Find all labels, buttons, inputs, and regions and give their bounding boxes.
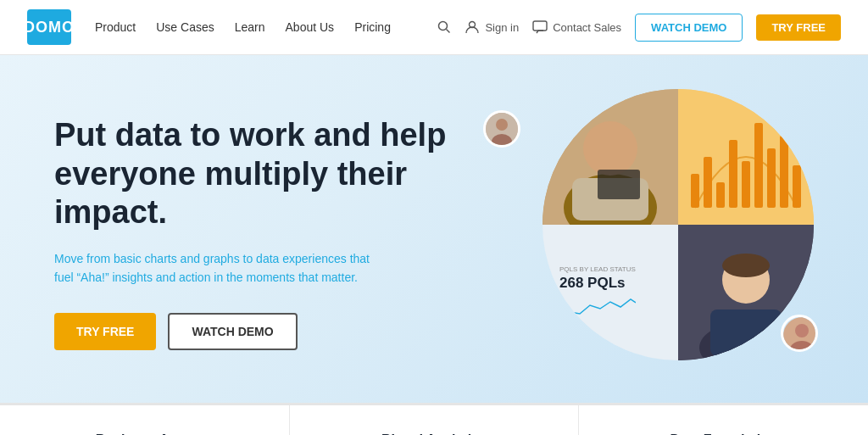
svg-rect-11: [598, 170, 640, 199]
svg-rect-17: [742, 161, 750, 208]
svg-point-28: [795, 324, 809, 337]
feature-data-foundation: Data Foundation Build data experiences o…: [579, 405, 868, 435]
svg-rect-26: [710, 310, 782, 356]
logo-text: DOMO: [24, 19, 75, 36]
svg-point-25: [722, 254, 770, 277]
svg-rect-3: [533, 21, 547, 31]
collage-stat: PQLS BY LEAD STATUS 268 PQLs: [542, 225, 678, 360]
collage-bar-chart: [678, 89, 814, 225]
features-section: Business Apps Make better, faster decisi…: [0, 403, 868, 435]
chat-icon: [532, 20, 548, 34]
try-free-hero-button[interactable]: TRY FREE: [54, 313, 156, 350]
hero-left: Put data to work and help everyone multi…: [54, 116, 461, 350]
stat-value: 268 PQLs: [559, 275, 661, 292]
svg-rect-18: [754, 123, 763, 208]
avatar-top-left: [483, 110, 520, 148]
svg-rect-20: [780, 136, 788, 208]
navbar: DOMO Product Use Cases Learn About Us Pr…: [0, 0, 868, 55]
nav-use-cases[interactable]: Use Cases: [156, 20, 214, 34]
hero-section: Put data to work and help everyone multi…: [0, 55, 868, 403]
svg-point-0: [439, 22, 448, 31]
navbar-left: DOMO Product Use Cases Learn About Us Pr…: [27, 9, 391, 45]
logo[interactable]: DOMO: [27, 9, 71, 45]
stat-label: PQLS BY LEAD STATUS: [559, 265, 661, 273]
svg-point-9: [583, 121, 637, 176]
hero-title: Put data to work and help everyone multi…: [54, 116, 461, 232]
svg-point-5: [496, 119, 508, 131]
svg-rect-15: [716, 182, 725, 208]
nav-learn[interactable]: Learn: [235, 20, 265, 34]
hero-right: PQLS BY LEAD STATUS 268 PQLs: [492, 106, 814, 360]
avatar-image: [486, 113, 518, 145]
nav-pricing[interactable]: Pricing: [354, 20, 391, 34]
svg-rect-13: [691, 174, 699, 208]
signin-button[interactable]: Sign in: [465, 20, 519, 35]
sparkline: [559, 295, 636, 321]
user-icon: [465, 20, 480, 35]
navbar-right: Sign in Contact Sales WATCH DEMO TRY FRE…: [437, 14, 841, 42]
nav-about[interactable]: About Us: [286, 20, 335, 34]
watch-demo-hero-button[interactable]: WATCH DEMO: [168, 313, 297, 350]
feature-business-apps: Business Apps Make better, faster decisi…: [0, 405, 290, 435]
try-free-nav-button[interactable]: TRY FREE: [756, 14, 841, 41]
contact-sales-button[interactable]: Contact Sales: [532, 20, 621, 34]
contact-sales-label: Contact Sales: [553, 21, 621, 34]
search-icon: [437, 20, 451, 34]
hero-buttons: TRY FREE WATCH DEMO: [54, 313, 461, 350]
collage-person-tablet: [542, 89, 678, 225]
signin-label: Sign in: [485, 21, 519, 34]
svg-rect-16: [729, 140, 737, 208]
nav-links: Product Use Cases Learn About Us Pricing: [95, 20, 391, 34]
nav-product[interactable]: Product: [95, 20, 136, 34]
search-button[interactable]: [437, 20, 451, 34]
hero-collage: PQLS BY LEAD STATUS 268 PQLs: [542, 89, 814, 360]
feature-bi-analytics: BI and Analytics Use intuitive dashboard…: [290, 405, 580, 435]
watch-demo-nav-button[interactable]: WATCH DEMO: [635, 14, 743, 42]
hero-subtitle: Move from basic charts and graphs to dat…: [54, 249, 376, 287]
avatar-bottom-right: [781, 315, 818, 352]
hero-subtitle-highlight: moments that matter.: [246, 270, 358, 284]
svg-rect-14: [704, 157, 712, 208]
svg-rect-19: [767, 148, 776, 208]
svg-line-1: [447, 30, 450, 33]
svg-rect-21: [793, 165, 801, 208]
